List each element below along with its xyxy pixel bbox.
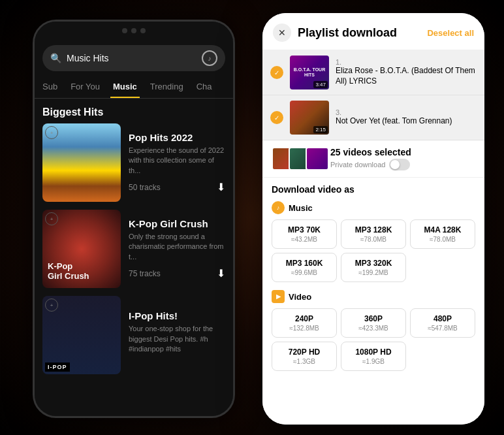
video-icon: ▶ <box>272 290 285 303</box>
tab-for-you[interactable]: For You <box>68 76 102 98</box>
ipop-label: I-POP <box>45 362 70 372</box>
playlist-item[interactable]: + I-POP I-Pop Hits! Your one-stop shop f… <box>42 296 225 374</box>
song-name: Not Over Yet (feat. Tom Grennan) <box>336 116 477 127</box>
tab-trending[interactable]: Trending <box>148 76 186 98</box>
playlist-name: K-Pop Girl Crush <box>129 218 225 229</box>
song-info: 1. Eliza Rose - B.O.T.A. (Baddest Of The… <box>336 58 477 86</box>
song-name: Eliza Rose - B.O.T.A. (Baddest Of Them A… <box>336 66 477 86</box>
notch-dot <box>131 28 136 33</box>
toggle-dot <box>390 160 400 169</box>
add-btn[interactable]: + <box>45 126 58 139</box>
format-480p[interactable]: 480P ≈547.8MB <box>410 308 475 338</box>
format-mp3-160k[interactable]: MP3 160K ≈99.6MB <box>272 253 337 282</box>
song-number: 3. <box>336 108 477 116</box>
playlist-thumbnail: + <box>42 123 121 202</box>
music-search-icon[interactable]: ♪ <box>202 50 217 66</box>
format-mp3-70k[interactable]: MP3 70K ≈43.2MB <box>272 219 337 249</box>
private-row: Private download <box>330 159 475 170</box>
private-toggle[interactable] <box>389 159 410 170</box>
song-item[interactable]: ✓ 2:15 3. Not Over Yet (feat. Tom Grenna… <box>262 95 484 140</box>
song-duration: 3:47 <box>313 81 328 88</box>
check-icon[interactable]: ✓ <box>270 66 283 79</box>
format-240p[interactable]: 240P ≈132.8MB <box>272 308 337 338</box>
song-number: 1. <box>336 58 477 66</box>
video-group-title: ▶ Video <box>272 290 475 303</box>
tab-cha[interactable]: Cha <box>194 76 215 98</box>
song-item[interactable]: ✓ B.O.T.A. TOUR HITS 3:47 1. Eliza Rose … <box>262 50 484 95</box>
playlist-item[interactable]: + Pop Hits 2022 Experience the sound of … <box>42 123 225 202</box>
close-button[interactable]: ✕ <box>273 24 291 42</box>
playlist-info: K-Pop Girl Crush Only the strong sound a… <box>129 218 225 280</box>
playlist-name: Pop Hits 2022 <box>129 132 225 143</box>
phone-foreground: ✕ Playlist download Deselect all ✓ B.O.T… <box>262 13 484 425</box>
bota-thumb-text: B.O.T.A. TOUR HITS <box>290 67 329 78</box>
format-1080p[interactable]: 1080P HD ≈1.9GB <box>341 342 406 371</box>
selected-thumbnails <box>272 147 323 170</box>
video-format-group: ▶ Video 240P ≈132.8MB 360P ≈423.3MB 480P… <box>272 290 475 371</box>
playlist-desc: Only the strong sound a charismatic perf… <box>129 232 225 262</box>
song-thumbnail: B.O.T.A. TOUR HITS 3:47 <box>290 56 329 89</box>
modal-header: ✕ Playlist download Deselect all <box>262 13 484 50</box>
phone-notch <box>35 22 233 40</box>
notch-dot <box>140 28 146 33</box>
format-mp3-128k[interactable]: MP3 128K ≈78.0MB <box>341 219 406 249</box>
search-icon: 🔍 <box>50 53 61 63</box>
playlist-info: I-Pop Hits! Your one-stop shop for the b… <box>129 310 225 359</box>
music-formats-grid: MP3 70K ≈43.2MB MP3 128K ≈78.0MB M4A 128… <box>272 219 475 282</box>
playlist-thumbnail: + I-POP <box>42 296 121 374</box>
playlist-info: Pop Hits 2022 Experience the sound of 20… <box>129 132 225 193</box>
tab-sub[interactable]: Sub <box>40 76 60 98</box>
playlist-thumbnail: + K-PopGirl Crush <box>42 210 121 288</box>
download-section: Download video as ♪ Music MP3 70K ≈43.2M… <box>262 178 484 425</box>
kpop-text: K-PopGirl Crush <box>48 261 116 282</box>
download-as-title: Download video as <box>272 184 475 195</box>
playlist-name: I-Pop Hits! <box>129 310 225 321</box>
selected-info: 25 videos selected Private download <box>330 147 475 170</box>
section-title: Biggest Hits <box>35 104 233 123</box>
tab-music[interactable]: Music <box>110 76 140 98</box>
music-format-group: ♪ Music MP3 70K ≈43.2MB MP3 128K ≈78.0MB… <box>272 201 475 282</box>
song-duration: 2:15 <box>313 126 328 133</box>
search-bar[interactable]: 🔍 Music Hits ♪ <box>42 45 225 71</box>
download-icon[interactable]: ⬇ <box>217 181 225 193</box>
music-group-title: ♪ Music <box>272 201 475 214</box>
tab-bar: Sub For You Music Trending Cha <box>35 76 233 99</box>
download-icon[interactable]: ⬇ <box>217 267 225 280</box>
close-icon: ✕ <box>278 27 286 38</box>
add-btn[interactable]: + <box>45 212 58 225</box>
notch-dot <box>122 28 127 33</box>
deselect-all-button[interactable]: Deselect all <box>427 28 474 38</box>
video-formats-grid: 240P ≈132.8MB 360P ≈423.3MB 480P ≈547.8M… <box>272 308 475 371</box>
selected-bar: 25 videos selected Private download <box>262 140 484 178</box>
playlist-desc: Your one-stop shop for the biggest Desi … <box>129 324 225 354</box>
playlist-item[interactable]: + K-PopGirl Crush K-Pop Girl Crush Only … <box>42 210 225 288</box>
playlist-desc: Experience the sound of 2022 with this c… <box>129 146 225 176</box>
stacked-thumb <box>306 147 329 170</box>
format-720p[interactable]: 720P HD ≈1.3GB <box>272 342 337 371</box>
playlist-tracks: 50 tracks ⬇ <box>129 181 225 193</box>
modal-title: Playlist download <box>298 26 427 40</box>
format-m4a-128k[interactable]: M4A 128K ≈78.0MB <box>410 219 475 249</box>
format-mp3-320k[interactable]: MP3 320K ≈199.2MB <box>341 253 406 282</box>
selected-count: 25 videos selected <box>330 147 475 157</box>
music-icon: ♪ <box>272 201 285 214</box>
private-label: Private download <box>330 161 385 169</box>
playlist-tracks: 75 tracks ⬇ <box>129 267 225 280</box>
phone-background: 🔍 Music Hits ♪ Sub For You Music Trendin… <box>33 20 235 418</box>
format-360p[interactable]: 360P ≈423.3MB <box>341 308 406 338</box>
song-list: ✓ B.O.T.A. TOUR HITS 3:47 1. Eliza Rose … <box>262 50 484 140</box>
song-info: 3. Not Over Yet (feat. Tom Grennan) <box>336 108 477 127</box>
search-input[interactable]: Music Hits <box>67 53 197 63</box>
check-icon[interactable]: ✓ <box>270 111 283 124</box>
add-btn[interactable]: + <box>45 298 58 312</box>
song-thumbnail: 2:15 <box>290 101 329 135</box>
